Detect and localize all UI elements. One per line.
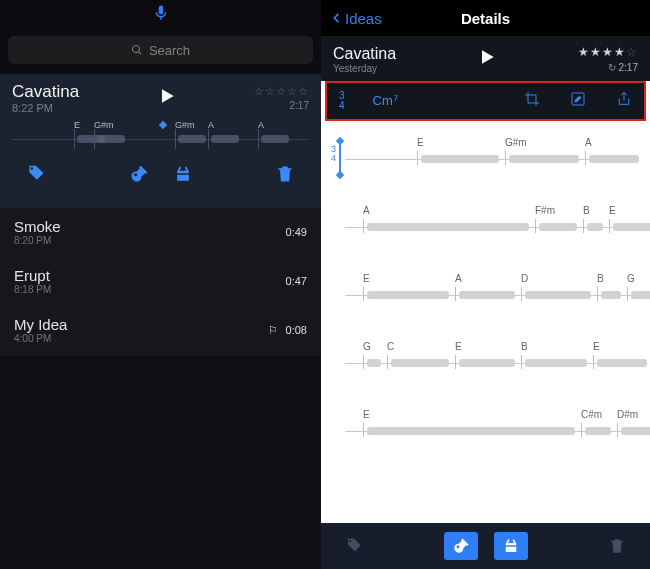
mic-bar	[0, 0, 321, 30]
song-list: Smoke8:20 PM0:49Erupt8:18 PM0:47My Idea4…	[0, 208, 321, 355]
bottom-toolbar	[321, 523, 650, 569]
trash-button[interactable]	[275, 164, 295, 188]
list-item[interactable]: My Idea4:00 PM⚐0:08	[0, 306, 321, 355]
back-button[interactable]: Ideas	[329, 0, 382, 36]
tag-button-bottom[interactable]	[337, 532, 371, 560]
guitar-icon	[452, 537, 470, 555]
score-chord-label: B	[583, 205, 590, 216]
crop-icon	[524, 91, 540, 107]
list-item[interactable]: Erupt8:18 PM0:47	[0, 257, 321, 306]
detail-rating-stars[interactable]: ★★★★☆	[578, 44, 638, 61]
detail-subtitle: Yesterday	[333, 63, 396, 74]
microphone-icon[interactable]	[152, 4, 170, 26]
score-chord-label: E	[363, 409, 370, 420]
search-container: Search	[0, 30, 321, 74]
waveform-chord-label: G#m	[175, 120, 195, 130]
list-item-time: 8:18 PM	[14, 284, 51, 295]
nav-bar: Ideas Details	[321, 0, 650, 36]
time-signature-button[interactable]: 3 4	[339, 91, 345, 111]
search-icon	[131, 44, 143, 56]
score-row: EADBG	[331, 263, 640, 323]
detail-duration: 2:17	[619, 62, 638, 73]
chord-label-button[interactable]: Cm⁷	[373, 93, 398, 108]
list-item-duration: 0:49	[286, 226, 307, 238]
drums-icon	[502, 537, 520, 555]
loop-icon: ↻	[608, 62, 616, 73]
score-chord-label: C#m	[581, 409, 602, 420]
score-chord-label: G#m	[505, 137, 527, 148]
playhead-marker[interactable]	[159, 121, 167, 129]
waveform-chord-label: G#m	[94, 120, 114, 130]
list-item-title: Smoke	[14, 218, 61, 235]
play-icon	[477, 47, 497, 67]
trash-button-bottom[interactable]	[600, 532, 634, 560]
score-chord-label: D#m	[617, 409, 638, 420]
score-row: EC#mD#m	[331, 399, 640, 459]
score-area[interactable]: 34EG#mAAF#mBEEADBGGCEBEEC#mD#m	[321, 121, 650, 523]
drums-icon	[173, 164, 193, 184]
drums-button[interactable]	[173, 164, 193, 188]
guitar-button[interactable]	[129, 164, 149, 188]
rating-stars[interactable]: ☆☆☆☆☆	[254, 84, 309, 98]
trash-icon	[608, 537, 626, 555]
score-chord-label: A	[363, 205, 370, 216]
selected-song-card[interactable]: Cavatina 8:22 PM ☆☆☆☆☆ 2:17 EG#mG#mAA	[0, 74, 321, 208]
score-row: AF#mBE	[331, 195, 640, 255]
flag-icon: ⚐	[268, 324, 278, 337]
chevron-left-icon	[329, 11, 343, 25]
play-button[interactable]	[157, 86, 177, 110]
score-chord-label: B	[521, 341, 528, 352]
score-chord-label: G	[627, 273, 635, 284]
details-panel: Ideas Details Cavatina Yesterday ★★★★☆ ↻…	[321, 0, 650, 569]
score-row: 34EG#mA	[331, 127, 640, 187]
edit-icon	[570, 91, 586, 107]
score-chord-label: B	[597, 273, 604, 284]
list-item-time: 8:20 PM	[14, 235, 61, 246]
tag-button[interactable]	[26, 164, 46, 188]
share-button[interactable]	[616, 91, 632, 110]
share-icon	[616, 91, 632, 107]
highlight-box: 3 4 Cm⁷	[325, 81, 646, 121]
score-row: GCEBE	[331, 331, 640, 391]
list-item-title: My Idea	[14, 316, 67, 333]
selected-song-tools	[12, 154, 309, 198]
score-chord-label: A	[455, 273, 462, 284]
score-time-signature: 34	[331, 145, 336, 163]
search-placeholder: Search	[149, 43, 190, 58]
chord-toolbar: 3 4 Cm⁷	[327, 83, 644, 119]
selected-song-duration: 2:17	[254, 99, 309, 112]
score-chord-label: E	[363, 273, 370, 284]
score-chord-label: C	[387, 341, 394, 352]
nav-title: Details	[461, 10, 510, 27]
list-item[interactable]: Smoke8:20 PM0:49	[0, 208, 321, 257]
detail-play-button[interactable]	[477, 47, 497, 71]
tag-icon	[345, 537, 363, 555]
selected-song-header: Cavatina 8:22 PM ☆☆☆☆☆ 2:17	[12, 82, 309, 114]
trash-icon	[275, 164, 295, 184]
score-chord-label: E	[417, 137, 424, 148]
tag-icon	[26, 164, 46, 184]
back-label: Ideas	[345, 10, 382, 27]
list-item-duration: 0:47	[286, 275, 307, 287]
selected-song-time: 8:22 PM	[12, 102, 79, 114]
guitar-icon	[129, 164, 149, 184]
search-input[interactable]: Search	[8, 36, 313, 64]
list-item-time: 4:00 PM	[14, 333, 67, 344]
ideas-list-panel: Search Cavatina 8:22 PM ☆☆☆☆☆ 2:17 EG#mG…	[0, 0, 321, 569]
edit-button[interactable]	[570, 91, 586, 110]
waveform-strip[interactable]: EG#mG#mAA	[12, 124, 309, 154]
drums-button-bottom[interactable]	[494, 532, 528, 560]
score-chord-label: D	[521, 273, 528, 284]
score-chord-label: E	[609, 205, 616, 216]
score-chord-label: G	[363, 341, 371, 352]
selected-song-title: Cavatina	[12, 82, 79, 102]
score-chord-label: E	[593, 341, 600, 352]
guitar-button-bottom[interactable]	[444, 532, 478, 560]
play-icon	[157, 86, 177, 106]
detail-title: Cavatina	[333, 45, 396, 63]
list-item-duration: 0:08	[286, 324, 307, 336]
score-chord-label: F#m	[535, 205, 555, 216]
trim-button[interactable]	[524, 91, 540, 110]
score-chord-label: E	[455, 341, 462, 352]
detail-header: Cavatina Yesterday ★★★★☆ ↻ 2:17	[321, 36, 650, 81]
